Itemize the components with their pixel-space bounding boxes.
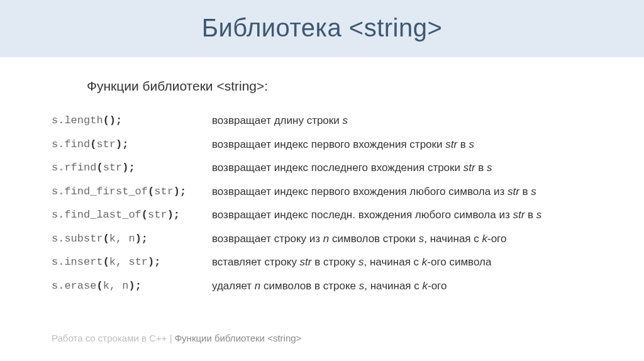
content-area: Функции библиотеки <string>: s.length();… (0, 57, 644, 297)
function-description: возвращает длину строки s (212, 109, 592, 133)
footer-breadcrumb: Работа со строками в C++ | Функции библи… (52, 333, 301, 343)
function-description: возвращает строку из n символов строки s… (212, 227, 592, 251)
function-signature: s.length(); (52, 109, 212, 133)
table-row: s.find(str);возвращает индекс первого вх… (52, 133, 592, 157)
title-band: Библиотека <string> (0, 0, 644, 57)
table-row: s.substr(k, n);возвращает строку из n си… (52, 227, 592, 251)
footer-light: Работа со строками в C++ | (52, 333, 175, 343)
function-signature: s.erase(k, n); (52, 274, 212, 298)
table-row: s.erase(k, n);удаляет n символов в строк… (52, 274, 592, 298)
function-signature: s.substr(k, n); (52, 227, 212, 251)
slide-container: { "title": "Библиотека <string>", "subti… (0, 0, 644, 361)
footer-dark: Функции библиотеки <string> (175, 333, 302, 343)
function-description: возвращает индекс последн. вхождения люб… (212, 203, 592, 227)
functions-table: s.length();возвращает длину строки ss.fi… (52, 109, 592, 297)
table-row: s.find_first_of(str);возвращает индекс п… (52, 180, 592, 204)
function-description: возвращает индекс первого вхождения любо… (212, 180, 592, 204)
function-signature: s.find_first_of(str); (52, 180, 212, 204)
function-signature: s.rfind(str); (52, 156, 212, 180)
table-row: s.rfind(str);возвращает индекс последнег… (52, 156, 592, 180)
function-description: возвращает индекс первого вхождения стро… (212, 133, 592, 157)
function-description: возвращает индекс последнего вхождения с… (212, 156, 592, 180)
table-row: s.length();возвращает длину строки s (52, 109, 592, 133)
table-row: s.find_last_of(str);возвращает индекс по… (52, 203, 592, 227)
page-title: Библиотека <string> (0, 14, 644, 42)
function-signature: s.insert(k, str); (52, 250, 212, 274)
section-subtitle: Функции библиотеки <string>: (87, 79, 592, 94)
function-signature: s.find(str); (52, 133, 212, 157)
function-description: вставляет строку str в строку s, начиная… (212, 250, 592, 274)
function-signature: s.find_last_of(str); (52, 203, 212, 227)
function-description: удаляет n символов в строке s, начиная с… (212, 274, 592, 298)
table-row: s.insert(k, str);вставляет строку str в … (52, 250, 592, 274)
